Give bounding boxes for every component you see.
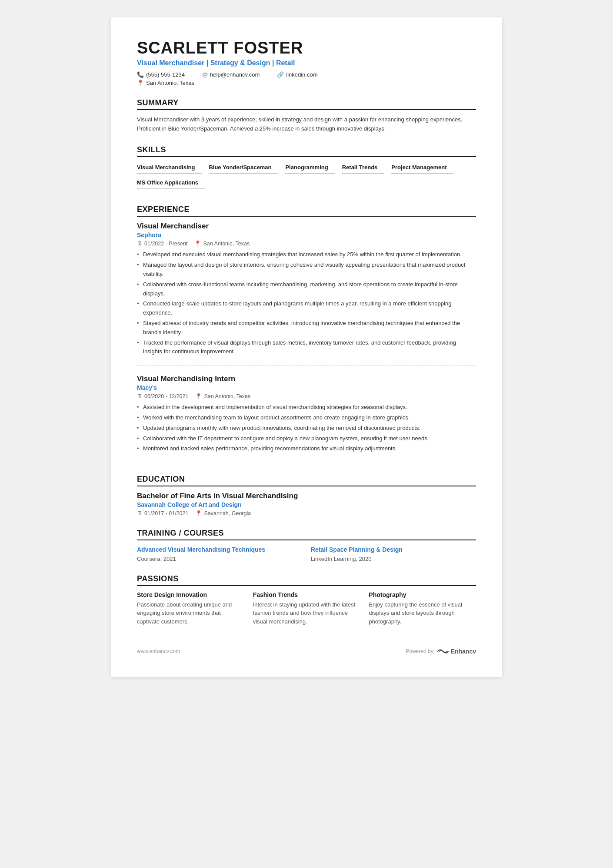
contact-row: 📞 (555) 555-1234 @ help@enhancv.com 🔗 li…: [137, 71, 476, 78]
job-company: Sephora: [137, 231, 476, 238]
job-bullets: Developed and executed visual merchandis…: [137, 250, 476, 356]
enhancv-logo: Enhancv: [437, 647, 476, 655]
location-pin-icon: 📍: [137, 80, 144, 86]
training-item: Retail Space Planning & Design LinkedIn …: [311, 546, 476, 562]
education-block: Bachelor of Fine Arts in Visual Merchand…: [137, 492, 476, 516]
bullet-item: Worked with the merchandising team to la…: [137, 413, 476, 422]
bullet-item: Monitored and tracked sales performance,…: [137, 444, 476, 453]
powered-by-text: Powered by: [406, 648, 433, 654]
passion-desc: Passionate about creating unique and eng…: [137, 600, 244, 626]
passion-title-text: Photography: [369, 591, 476, 598]
resume-document: SCARLETT FOSTER Visual Merchandiser | St…: [111, 17, 502, 677]
edu-degree: Bachelor of Fine Arts in Visual Merchand…: [137, 492, 476, 500]
edu-pin-icon: 📍: [195, 510, 202, 516]
passion-desc: Enjoy capturing the essence of visual di…: [369, 600, 476, 626]
footer-powered: Powered by Enhancv: [406, 647, 476, 655]
passion-item: Store Design Innovation Passionate about…: [137, 591, 244, 626]
calendar-icon: 🗓: [137, 510, 143, 516]
training-section: TRAINING / COURSES Advanced Visual Merch…: [137, 529, 476, 562]
linkedin-icon: 🔗: [277, 71, 284, 78]
bullet-item: Developed and executed visual merchandis…: [137, 250, 476, 259]
experience-block: Visual Merchandising Intern Macy's 🗓 06/…: [137, 375, 476, 462]
phone-contact: 📞 (555) 555-1234: [137, 71, 185, 78]
training-grid: Advanced Visual Merchandising Techniques…: [137, 546, 476, 562]
bullet-item: Conducted large-scale updates to store l…: [137, 299, 476, 318]
bullet-item: Collaborated with the IT department to c…: [137, 434, 476, 443]
experience-section: EXPERIENCE Visual Merchandiser Sephora 🗓…: [137, 205, 476, 462]
bullet-item: Tracked the performance of visual displa…: [137, 338, 476, 357]
education-section: EDUCATION Bachelor of Fine Arts in Visua…: [137, 475, 476, 516]
footer-website: www.enhancv.com: [137, 648, 180, 654]
job-title: Visual Merchandiser: [137, 222, 476, 231]
footer: www.enhancv.com Powered by Enhancv: [137, 643, 476, 655]
bullet-item: Updated planograms monthly with new prod…: [137, 424, 476, 433]
edu-location: Savannah, Georgia: [204, 510, 251, 516]
summary-text: Visual Merchandiser with 3 years of expe…: [137, 115, 476, 134]
job-location: San Antonio, Texas: [204, 393, 250, 399]
skill-item: Visual Merchandising: [137, 162, 202, 174]
linkedin-url: linkedin.com: [286, 71, 317, 78]
passions-grid: Store Design Innovation Passionate about…: [137, 591, 476, 626]
phone-number: (555) 555-1234: [146, 71, 185, 78]
passion-item: Fashion Trends Interest in staying updat…: [253, 591, 360, 626]
skill-item: Project Management: [391, 162, 453, 174]
location-text: San Antonio, Texas: [146, 80, 194, 86]
passion-item: Photography Enjoy capturing the essence …: [369, 591, 476, 626]
location-row: 📍 San Antonio, Texas: [137, 80, 476, 86]
email-address: help@enhancv.com: [210, 71, 260, 78]
training-item: Advanced Visual Merchandising Techniques…: [137, 546, 302, 562]
skill-item: Planogramming: [285, 162, 335, 174]
job-bullets: Assisted in the development and implemen…: [137, 403, 476, 453]
job-date-item: 🗓 06/2020 - 12/2021: [137, 393, 188, 399]
skills-title: SKILLS: [137, 145, 476, 157]
pin-icon: 📍: [195, 393, 202, 399]
summary-section: SUMMARY Visual Merchandiser with 3 years…: [137, 98, 476, 134]
job-date-item: 🗓 01/2022 - Present: [137, 241, 187, 247]
job-meta: 🗓 06/2020 - 12/2021 📍 San Antonio, Texas: [137, 393, 476, 399]
job-location-item: 📍 San Antonio, Texas: [195, 393, 250, 399]
training-provider: Coursera, 2021: [137, 556, 302, 562]
job-location: San Antonio, Texas: [203, 241, 250, 247]
training-provider: LinkedIn Learning, 2020: [311, 556, 476, 562]
passion-title-text: Fashion Trends: [253, 591, 360, 598]
edu-school: Savannah College of Art and Design: [137, 501, 476, 508]
email-icon: @: [202, 71, 208, 78]
skill-item: Blue Yonder/Spaceman: [209, 162, 278, 174]
skills-container: Visual MerchandisingBlue Yonder/Spaceman…: [137, 162, 476, 193]
enhancv-icon: [437, 647, 449, 655]
header-section: SCARLETT FOSTER Visual Merchandiser | St…: [137, 39, 476, 86]
bullet-item: Collaborated with cross-functional teams…: [137, 280, 476, 298]
email-contact: @ help@enhancv.com: [202, 71, 260, 78]
calendar-icon: 🗓: [137, 241, 143, 247]
job-date: 06/2020 - 12/2021: [144, 393, 188, 399]
candidate-title: Visual Merchandiser | Strategy & Design …: [137, 59, 476, 67]
job-company: Macy's: [137, 384, 476, 391]
skill-item: MS Office Applications: [137, 178, 205, 189]
bullet-item: Assisted in the development and implemen…: [137, 403, 476, 412]
training-title-text: Retail Space Planning & Design: [311, 546, 476, 554]
passion-title-text: Store Design Innovation: [137, 591, 244, 598]
job-title: Visual Merchandising Intern: [137, 375, 476, 383]
training-title-text: Advanced Visual Merchandising Techniques: [137, 546, 302, 554]
passions-title: PASSIONS: [137, 574, 476, 586]
skill-item: Retail Trends: [342, 162, 385, 174]
training-title: TRAINING / COURSES: [137, 529, 476, 540]
edu-date: 01/2017 - 01/2021: [144, 510, 188, 516]
phone-icon: 📞: [137, 71, 144, 78]
edu-location-item: 📍 Savannah, Georgia: [195, 510, 251, 516]
passions-section: PASSIONS Store Design Innovation Passion…: [137, 574, 476, 626]
experience-title: EXPERIENCE: [137, 205, 476, 217]
pin-icon: 📍: [194, 240, 201, 247]
passion-desc: Interest in staying updated with the lat…: [253, 600, 360, 626]
bullet-item: Stayed abreast of industry trends and co…: [137, 319, 476, 337]
experience-block: Visual Merchandiser Sephora 🗓 01/2022 - …: [137, 222, 476, 366]
enhancv-brand: Enhancv: [451, 648, 476, 655]
bullet-item: Managed the layout and design of store i…: [137, 261, 476, 279]
edu-meta: 🗓 01/2017 - 01/2021 📍 Savannah, Georgia: [137, 510, 476, 516]
edu-date-item: 🗓 01/2017 - 01/2021: [137, 510, 188, 516]
job-location-item: 📍 San Antonio, Texas: [194, 240, 250, 247]
summary-title: SUMMARY: [137, 98, 476, 110]
job-date: 01/2022 - Present: [144, 241, 187, 247]
candidate-name: SCARLETT FOSTER: [137, 39, 476, 57]
skills-section: SKILLS Visual MerchandisingBlue Yonder/S…: [137, 145, 476, 193]
